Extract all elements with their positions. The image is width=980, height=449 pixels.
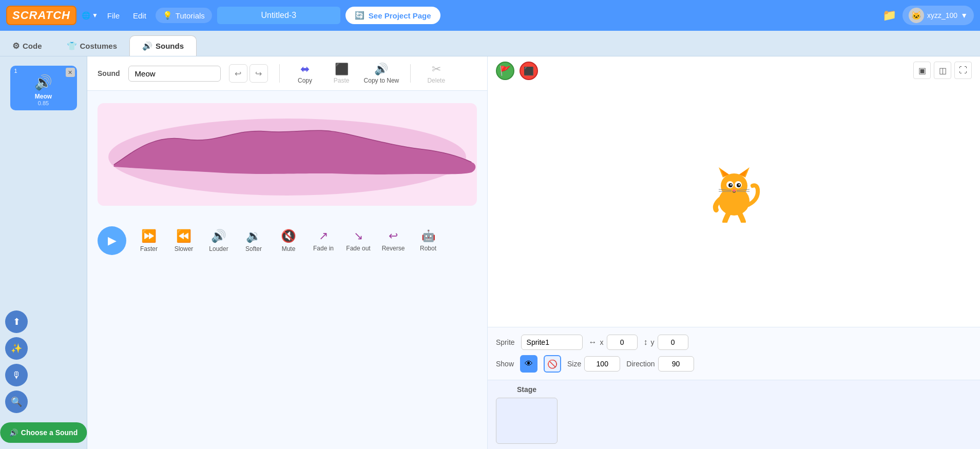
reverse-label: Reverse xyxy=(382,245,405,252)
slower-label: Slower xyxy=(175,245,194,252)
tab-code[interactable]: ⚙ Code xyxy=(0,36,54,56)
paste-label: Paste xyxy=(334,77,350,84)
robot-label: Robot xyxy=(420,245,436,252)
show-field-label: Show xyxy=(496,360,514,368)
redo-button[interactable]: ↪ xyxy=(249,64,268,83)
undo-button[interactable]: ↩ xyxy=(229,64,247,83)
copy-icon: ⬌ xyxy=(300,63,310,76)
sound-name-input[interactable] xyxy=(128,66,221,82)
fullscreen-button[interactable]: ⛶ xyxy=(954,62,972,79)
large-stage-button[interactable]: ◫ xyxy=(934,62,951,79)
louder-icon: 🔊 xyxy=(211,229,226,243)
edit-menu[interactable]: Edit xyxy=(129,9,150,22)
share-icon: 🔄 xyxy=(355,11,364,20)
x-coord-group: ↔ x xyxy=(589,335,638,350)
toolbar-divider-2 xyxy=(410,64,411,83)
direction-group: Direction xyxy=(626,356,694,372)
effect-fade-out[interactable]: ↘ Fade out xyxy=(346,229,371,252)
stop-button[interactable]: ⬛ xyxy=(520,62,538,80)
surprise-button[interactable]: ✨ xyxy=(5,337,28,360)
delete-sound-button[interactable]: ✕ xyxy=(66,68,75,77)
tutorials-button[interactable]: 💡 Tutorials xyxy=(156,8,212,23)
effect-louder[interactable]: 🔊 Louder xyxy=(206,229,231,252)
paste-icon: ⬛ xyxy=(335,63,349,76)
center-editor: Sound ↩ ↪ ⬌ Copy ⬛ Paste 🔊 Copy to New xyxy=(87,56,487,449)
paste-action[interactable]: ⬛ Paste xyxy=(328,63,356,84)
waveform-svg xyxy=(98,103,477,206)
avatar: 🐱 xyxy=(909,8,924,23)
effect-faster[interactable]: ⏩ Faster xyxy=(137,229,161,252)
reverse-icon: ↩ xyxy=(389,229,398,243)
project-title-input[interactable] xyxy=(217,7,340,24)
mute-label: Mute xyxy=(282,245,296,252)
effect-fade-in[interactable]: ↗ Fade in xyxy=(311,229,336,252)
stage-thumbnail[interactable] xyxy=(496,398,558,444)
tab-sounds[interactable]: 🔊 Sounds xyxy=(129,35,197,56)
scratch-logo[interactable]: SCRATCH xyxy=(6,6,76,25)
copy-action[interactable]: ⬌ Copy xyxy=(291,63,319,84)
sound-item-number: 1 xyxy=(14,68,17,74)
x-input[interactable] xyxy=(607,335,638,350)
mute-icon: 🔇 xyxy=(281,229,296,243)
svg-point-13 xyxy=(733,189,736,191)
show-hidden-button[interactable]: 🚫 xyxy=(544,355,561,373)
direction-field-label: Direction xyxy=(626,360,655,368)
faster-icon: ⏩ xyxy=(141,229,157,243)
softer-icon: 🔉 xyxy=(246,229,261,243)
svg-point-2 xyxy=(721,173,747,198)
fade-out-label: Fade out xyxy=(346,245,370,252)
effect-mute[interactable]: 🔇 Mute xyxy=(276,229,301,252)
nav-right: 📁 🐱 xyzz_100 ▼ xyxy=(882,6,974,25)
sound-item-meow[interactable]: 1 ✕ 🔊 Meow 0.85 xyxy=(10,66,77,110)
lightbulb-icon: 💡 xyxy=(163,11,172,20)
direction-input[interactable] xyxy=(658,356,694,372)
x-axis-icon: ↔ xyxy=(589,338,597,347)
waveform-container[interactable] xyxy=(98,103,477,206)
y-coord-group: ↕ y xyxy=(644,335,688,350)
sound-item-size: 0.85 xyxy=(38,100,49,106)
sounds-tab-icon: 🔊 xyxy=(142,41,152,51)
sound-field-label: Sound xyxy=(98,69,120,77)
small-stage-button[interactable]: ▣ xyxy=(913,62,931,79)
user-menu[interactable]: 🐱 xyzz_100 ▼ xyxy=(902,6,974,25)
show-visible-button[interactable]: 👁 xyxy=(520,355,537,373)
sound-item-icon: 🔊 xyxy=(34,74,52,91)
louder-label: Louder xyxy=(209,245,228,252)
sprite-name-input[interactable] xyxy=(521,335,583,350)
delete-action[interactable]: ✂ Delete xyxy=(422,63,450,84)
scratch-cat-container xyxy=(703,56,765,327)
stage-controls: 🚩 ⬛ xyxy=(496,62,538,80)
robot-icon: 🤖 xyxy=(421,229,435,243)
fade-in-icon: ↗ xyxy=(319,229,328,243)
y-axis-icon: ↕ xyxy=(644,338,648,347)
upload-sound-button[interactable]: ⬆ xyxy=(5,310,28,333)
fade-out-icon: ↘ xyxy=(354,229,363,243)
y-input[interactable] xyxy=(658,335,688,350)
choose-sound-button[interactable]: 🔊 Choose a Sound xyxy=(0,422,87,443)
copy-to-new-action[interactable]: 🔊 Copy to New xyxy=(364,63,399,84)
see-project-button[interactable]: 🔄 See Project Page xyxy=(345,7,440,24)
effect-softer[interactable]: 🔉 Softer xyxy=(241,229,266,252)
top-nav: SCRATCH 🌐 ▼ File Edit 💡 Tutorials 🔄 See … xyxy=(0,0,980,31)
file-menu[interactable]: File xyxy=(103,9,124,22)
language-selector[interactable]: 🌐 ▼ xyxy=(82,11,98,19)
undo-redo-group: ↩ ↪ xyxy=(229,64,268,83)
effect-robot[interactable]: 🤖 Robot xyxy=(416,229,440,252)
play-button[interactable]: ▶ xyxy=(98,226,126,255)
choose-sound-icon: 🔊 xyxy=(9,428,18,437)
search-button[interactable]: 🔍 xyxy=(5,391,28,413)
size-input[interactable] xyxy=(584,356,620,372)
effect-reverse[interactable]: ↩ Reverse xyxy=(381,229,406,252)
sprite-row: Sprite ↔ x ↕ y xyxy=(496,335,972,350)
record-button[interactable]: 🎙 xyxy=(5,364,28,386)
delete-label: Delete xyxy=(427,77,445,84)
effect-slower[interactable]: ⏪ Slower xyxy=(171,229,196,252)
copy-label: Copy xyxy=(298,77,312,84)
copy-to-new-label: Copy to New xyxy=(364,77,399,84)
stage-area: 🚩 ⬛ ▣ ◫ ⛶ xyxy=(488,56,980,327)
green-flag-button[interactable]: 🚩 xyxy=(496,62,514,80)
folder-icon[interactable]: 📁 xyxy=(882,9,896,22)
sprite-info-panel: Sprite ↔ x ↕ y Show 👁 🚫 Size xyxy=(488,327,980,380)
tab-costumes[interactable]: 👕 Costumes xyxy=(54,36,130,56)
faster-label: Faster xyxy=(140,245,158,252)
